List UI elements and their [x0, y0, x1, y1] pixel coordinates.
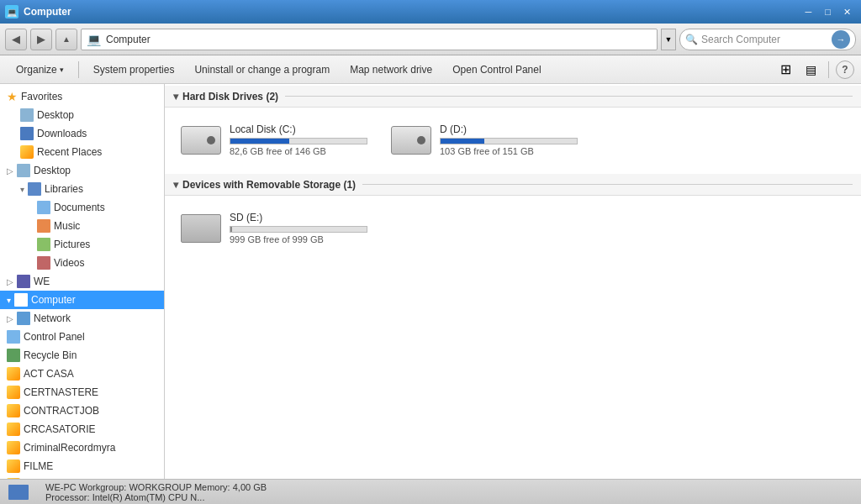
up-button[interactable]: ▲ [55, 29, 77, 50]
sidebar-item-music[interactable]: Music [13, 217, 164, 235]
drive-name-d: D (D:) [440, 123, 578, 135]
back-button[interactable]: ◀ [5, 29, 27, 50]
drive-info-d: D (D:) 103 GB free of 151 GB [440, 123, 578, 156]
hdd-icon-d [391, 126, 431, 155]
app-icon: 💻 [5, 5, 18, 18]
search-icon: 🔍 [685, 34, 698, 45]
sidebar-item-desktop[interactable]: Desktop [7, 106, 164, 124]
drive-item-c[interactable]: Local Disk (C:) 82,6 GB free of 146 GB [173, 116, 375, 164]
libraries-icon [28, 182, 41, 196]
desktop-icon [20, 108, 34, 122]
network-icon [17, 312, 30, 325]
sd-icon [181, 214, 221, 243]
recycle-bin-icon [7, 349, 20, 362]
section-divider-2 [362, 184, 853, 185]
sidebar-item-contractjob[interactable]: CONTRACTJOB [0, 402, 164, 420]
sidebar-item-recent-places[interactable]: Recent Places [7, 143, 164, 161]
sidebar-favorites-section: Desktop Downloads Recent Places [0, 106, 164, 161]
we-expand-icon: ▷ [7, 277, 13, 286]
control-panel-icon [7, 330, 20, 344]
sidebar-item-criminalrecordmyra[interactable]: CriminalRecordmyra [0, 438, 164, 457]
folder-icon-criminalrecordmyra [7, 441, 20, 454]
organize-button[interactable]: Organize ▾ [7, 59, 73, 81]
address-dropdown[interactable]: ▼ [661, 29, 676, 50]
sidebar-item-control-panel[interactable]: Control Panel [0, 328, 164, 346]
drive-icon-sd [181, 213, 221, 244]
sidebar-item-network[interactable]: ▷ Network [0, 309, 164, 328]
star-icon: ★ [7, 90, 18, 103]
view-icon-button-2[interactable]: ▤ [800, 59, 821, 81]
computer-expand-icon: ▾ [7, 296, 11, 305]
music-icon [37, 219, 50, 233]
sidebar-item-videos[interactable]: Videos [13, 254, 164, 272]
sidebar-item-documents[interactable]: Documents [13, 198, 164, 217]
sidebar-item-filme[interactable]: FILME [0, 457, 164, 475]
sidebar-item-recycle-bin[interactable]: Recycle Bin [0, 346, 164, 365]
sidebar-item-crcasatorie[interactable]: CRCASATORIE [0, 420, 164, 438]
videos-icon [37, 256, 50, 270]
help-button[interactable]: ? [836, 60, 854, 79]
sidebar-item-pictures[interactable]: Pictures [13, 235, 164, 254]
sidebar-item-act-casa[interactable]: ACT CASA [0, 365, 164, 383]
view-icon-button-1[interactable]: ⊞ [774, 59, 796, 81]
network-expand-icon: ▷ [7, 314, 13, 323]
drive-item-sd[interactable]: SD (E:) 999 GB free of 999 GB [173, 204, 375, 252]
address-box[interactable]: 💻 Computer [81, 29, 658, 50]
workgroup-text: Workgroup: WORKGROUP [79, 482, 192, 492]
drive-bar-sd [230, 227, 232, 232]
hard-disk-drives-grid: Local Disk (C:) 82,6 GB free of 146 GB D… [165, 108, 861, 172]
sidebar-item-desktop-root[interactable]: ▷ Desktop [0, 161, 164, 180]
minimize-button[interactable]: ─ [800, 4, 817, 20]
sidebar-item-downloads[interactable]: Downloads [7, 124, 164, 143]
we-icon [17, 275, 30, 288]
uninstall-button[interactable]: Uninstall or change a program [185, 59, 339, 81]
removable-drives-grid: SD (E:) 999 GB free of 999 GB [165, 196, 861, 260]
libraries-expand-icon: ▾ [20, 185, 24, 194]
drive-icon-d [391, 125, 431, 155]
sidebar-item-id[interactable]: ID [0, 475, 164, 479]
sidebar-item-computer[interactable]: ▾ Computer [0, 291, 164, 309]
drive-item-d[interactable]: D (D:) 103 GB free of 151 GB [383, 116, 585, 164]
sidebar-item-we[interactable]: ▷ WE [0, 272, 164, 291]
drive-free-d: 103 GB free of 151 GB [440, 146, 578, 156]
open-control-panel-button[interactable]: Open Control Panel [443, 59, 550, 81]
system-properties-button[interactable]: System properties [84, 59, 184, 81]
search-input[interactable] [701, 34, 828, 45]
address-icon: 💻 [87, 33, 101, 46]
folder-icon-act-casa [7, 367, 20, 381]
section-divider-1 [285, 96, 853, 97]
drive-name-sd: SD (E:) [230, 212, 367, 223]
drive-bar-c [230, 139, 289, 144]
close-button[interactable]: ✕ [838, 4, 856, 20]
search-box: 🔍 → [679, 29, 856, 50]
pictures-icon [37, 238, 50, 251]
status-info: WE-PC Workgroup: WORKGROUP Memory: 4,00 … [45, 482, 267, 502]
toolbar-separator-1 [78, 61, 79, 78]
window-title: Computer [24, 6, 71, 18]
recent-places-icon [20, 145, 34, 159]
search-button[interactable]: → [832, 30, 850, 49]
folder-icon-filme [7, 459, 20, 473]
address-bar: ◀ ▶ ▲ 💻 Computer ▼ 🔍 → [0, 24, 861, 55]
pc-name: WE-PC [45, 482, 77, 492]
processor-text: Processor: Intel(R) Atom(TM) CPU N... [45, 492, 204, 502]
drive-icon-c [181, 125, 221, 155]
forward-button[interactable]: ▶ [30, 29, 52, 50]
sidebar-favorites-header[interactable]: ★ Favorites [0, 87, 164, 106]
maximize-button[interactable]: □ [819, 4, 837, 20]
map-network-button[interactable]: Map network drive [341, 59, 441, 81]
folder-icon-certnastere [7, 386, 20, 399]
content-area: Hard Disk Drives (2) Local Disk (C:) 82,… [165, 84, 861, 479]
drive-free-c: 82,6 GB free of 146 GB [230, 146, 367, 156]
address-text: Computer [106, 34, 151, 45]
drive-bar-bg-c [230, 138, 367, 144]
drive-name-c: Local Disk (C:) [230, 123, 367, 135]
desktop-expand-icon: ▷ [7, 166, 13, 176]
sidebar-item-certnastere[interactable]: CERTNASTERE [0, 383, 164, 402]
hdd-icon-c [181, 126, 221, 155]
drive-bar-bg-sd [230, 226, 367, 233]
folder-icon-id [7, 478, 20, 479]
removable-section-header: Devices with Removable Storage (1) [165, 174, 861, 196]
memory-text: Memory: 4,00 GB [194, 482, 267, 492]
sidebar-item-libraries[interactable]: ▾ Libraries [7, 180, 164, 198]
